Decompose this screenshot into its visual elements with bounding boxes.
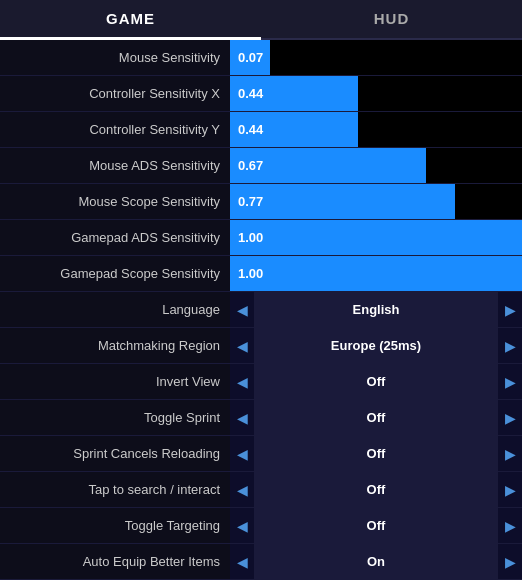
slider-row: Gamepad Scope Sensitivity1.00 [0,256,522,292]
selector-label: Sprint Cancels Reloading [0,446,230,461]
slider-row: Mouse ADS Sensitivity0.67 [0,148,522,184]
selector-row: Invert View◀Off▶ [0,364,522,400]
slider-bar[interactable]: 0.07 [230,40,522,75]
selector-label: Toggle Sprint [0,410,230,425]
selector-row: Tap to search / interact◀Off▶ [0,472,522,508]
slider-bar[interactable]: 1.00 [230,220,522,255]
slider-label: Mouse ADS Sensitivity [0,158,230,173]
slider-bar[interactable]: 0.44 [230,76,522,111]
selector-row: Matchmaking Region◀Europe (25ms)▶ [0,328,522,364]
selector-value: Off [254,482,498,497]
slider-bar[interactable]: 1.00 [230,256,522,291]
selector-control: ◀Off▶ [230,436,522,471]
selector-control: ◀Europe (25ms)▶ [230,328,522,363]
selector-value: Off [254,518,498,533]
selector-row: Sprint Cancels Reloading◀Off▶ [0,436,522,472]
tab-bar: Game HUD [0,0,522,40]
selector-row: Language◀English▶ [0,292,522,328]
selector-control: ◀Off▶ [230,400,522,435]
slider-label: Gamepad ADS Sensitivity [0,230,230,245]
selector-value: English [254,302,498,317]
selector-right-arrow[interactable]: ▶ [498,328,522,363]
selector-label: Auto Equip Better Items [0,554,230,569]
slider-label: Mouse Sensitivity [0,50,230,65]
slider-label: Mouse Scope Sensitivity [0,194,230,209]
slider-fill: 0.67 [230,148,426,183]
slider-label: Controller Sensitivity X [0,86,230,101]
selector-left-arrow[interactable]: ◀ [230,544,254,579]
selector-left-arrow[interactable]: ◀ [230,400,254,435]
selector-right-arrow[interactable]: ▶ [498,400,522,435]
selector-left-arrow[interactable]: ◀ [230,472,254,507]
slider-bar[interactable]: 0.44 [230,112,522,147]
slider-row: Mouse Sensitivity0.07 [0,40,522,76]
selector-value: On [254,554,498,569]
selector-left-arrow[interactable]: ◀ [230,328,254,363]
selector-control: ◀Off▶ [230,508,522,543]
selector-value: Off [254,374,498,389]
slider-fill: 1.00 [230,256,522,291]
selector-value: Off [254,446,498,461]
slider-fill: 0.44 [230,76,358,111]
selector-right-arrow[interactable]: ▶ [498,436,522,471]
selector-left-arrow[interactable]: ◀ [230,508,254,543]
selector-left-arrow[interactable]: ◀ [230,292,254,327]
selector-right-arrow[interactable]: ▶ [498,508,522,543]
slider-fill: 1.00 [230,220,522,255]
selector-value: Off [254,410,498,425]
selector-label: Tap to search / interact [0,482,230,497]
slider-row: Gamepad ADS Sensitivity1.00 [0,220,522,256]
slider-fill: 0.44 [230,112,358,147]
selector-row: Toggle Sprint◀Off▶ [0,400,522,436]
slider-row: Mouse Scope Sensitivity0.77 [0,184,522,220]
selector-control: ◀On▶ [230,544,522,579]
slider-label: Gamepad Scope Sensitivity [0,266,230,281]
slider-row: Controller Sensitivity Y0.44 [0,112,522,148]
slider-label: Controller Sensitivity Y [0,122,230,137]
slider-row: Controller Sensitivity X0.44 [0,76,522,112]
selector-row: Auto Equip Better Items◀On▶ [0,544,522,580]
settings-container: Game HUD Mouse Sensitivity0.07Controller… [0,0,522,580]
selector-left-arrow[interactable]: ◀ [230,364,254,399]
slider-fill: 0.07 [230,40,270,75]
selector-label: Matchmaking Region [0,338,230,353]
slider-bar[interactable]: 0.77 [230,184,522,219]
selector-label: Invert View [0,374,230,389]
selector-label: Toggle Targeting [0,518,230,533]
selector-label: Language [0,302,230,317]
selector-control: ◀Off▶ [230,364,522,399]
selector-control: ◀English▶ [230,292,522,327]
slider-bar[interactable]: 0.67 [230,148,522,183]
tab-hud[interactable]: HUD [261,0,522,38]
selector-right-arrow[interactable]: ▶ [498,544,522,579]
selector-left-arrow[interactable]: ◀ [230,436,254,471]
selector-row: Toggle Targeting◀Off▶ [0,508,522,544]
slider-fill: 0.77 [230,184,455,219]
selector-control: ◀Off▶ [230,472,522,507]
selector-value: Europe (25ms) [254,338,498,353]
settings-list: Mouse Sensitivity0.07Controller Sensitiv… [0,40,522,580]
selector-right-arrow[interactable]: ▶ [498,472,522,507]
selector-right-arrow[interactable]: ▶ [498,292,522,327]
selector-right-arrow[interactable]: ▶ [498,364,522,399]
tab-game[interactable]: Game [0,0,261,40]
